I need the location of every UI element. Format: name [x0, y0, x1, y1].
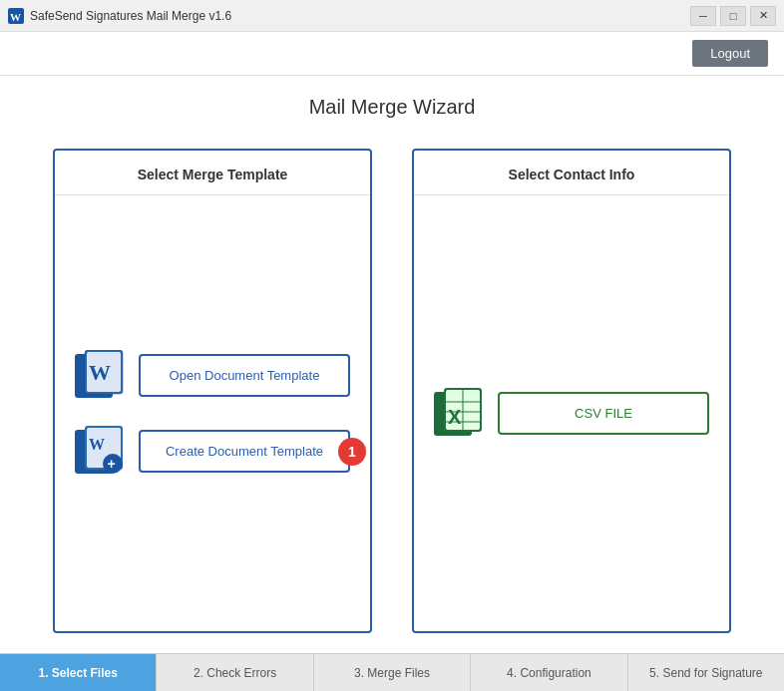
window-controls: ─ □ ✕: [690, 6, 776, 26]
svg-text:W: W: [89, 360, 111, 385]
tab-check-errors[interactable]: 2. Check Errors: [157, 654, 313, 691]
csv-file-button[interactable]: CSV FILE: [498, 392, 709, 435]
close-button[interactable]: ✕: [750, 6, 776, 26]
create-document-template-button[interactable]: Create Document Template: [139, 430, 350, 473]
tab-send-signature[interactable]: 5. Send for Signature: [628, 654, 784, 691]
contact-panel-body: X CSV FILE: [414, 195, 729, 631]
minimize-button[interactable]: ─: [690, 6, 716, 26]
logout-button[interactable]: Logout: [692, 40, 768, 67]
word-icon-open: W: [75, 350, 127, 402]
tab-select-files[interactable]: 1. Select Files: [0, 654, 157, 691]
notification-badge: 1: [338, 438, 366, 466]
svg-text:W: W: [89, 436, 105, 453]
contact-info-panel: Select Contact Info X: [412, 149, 731, 633]
wizard-title: Mail Merge Wizard: [309, 96, 476, 119]
app-icon: W: [8, 8, 24, 24]
main-content: Mail Merge Wizard Select Merge Template …: [0, 76, 784, 653]
open-doc-row: W Open Document Template: [75, 350, 350, 402]
app-header: Logout: [0, 32, 784, 76]
excel-icon: X: [434, 388, 486, 440]
tab-bar: 1. Select Files 2. Check Errors 3. Merge…: [0, 653, 784, 691]
svg-text:W: W: [10, 11, 21, 23]
open-document-template-button[interactable]: Open Document Template: [139, 354, 350, 397]
word-icon-create: W +: [75, 426, 127, 478]
csv-row: X CSV FILE: [434, 388, 709, 440]
maximize-button[interactable]: □: [720, 6, 746, 26]
contact-panel-title: Select Contact Info: [414, 151, 729, 195]
tab-configuration[interactable]: 4. Configuration: [471, 654, 627, 691]
merge-panel-body: W Open Document Template W: [55, 195, 370, 631]
tab-merge-files[interactable]: 3. Merge Files: [314, 654, 471, 691]
app-title: SafeSend Signatures Mail Merge v1.6: [30, 9, 690, 23]
create-doc-row: W + Create Document Template 1: [75, 426, 350, 478]
merge-template-panel: Select Merge Template W Open Document Te…: [53, 149, 372, 633]
svg-text:+: +: [108, 456, 116, 472]
merge-panel-title: Select Merge Template: [55, 151, 370, 195]
panels-row: Select Merge Template W Open Document Te…: [53, 149, 731, 633]
title-bar: W SafeSend Signatures Mail Merge v1.6 ─ …: [0, 0, 784, 32]
svg-text:X: X: [448, 406, 462, 428]
